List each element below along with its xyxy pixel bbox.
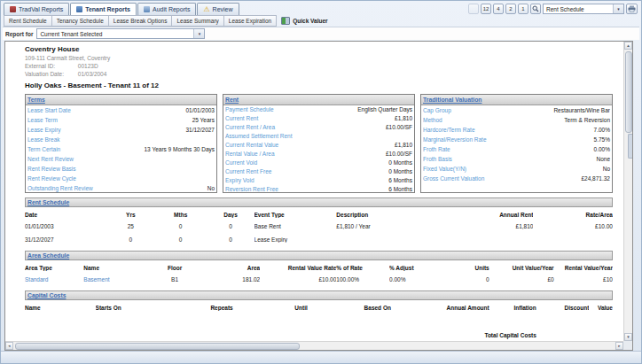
report-for-select[interactable]: Current Tenant Selected ▾ — [36, 28, 205, 39]
scroll-up-icon[interactable]: ▲ — [624, 42, 632, 50]
rent-row: Payment ScheduleEnglish Quarter Days — [223, 105, 414, 114]
column-header: Repeats — [177, 305, 265, 311]
tab-label: Tenant Reports — [85, 6, 130, 12]
field-value: £1,810 — [395, 141, 412, 150]
subtab-label: Lease Summary — [176, 18, 218, 24]
tab-label: Audit Reports — [153, 6, 190, 12]
column-header: Floor — [148, 265, 201, 271]
field-value: 25 Years — [192, 115, 215, 125]
tab-label: Review — [213, 6, 233, 12]
terms-row: Rent Review Cycle — [26, 174, 216, 183]
rent-row: Current Void0 Months — [223, 159, 414, 167]
field-label: Payment Schedule — [225, 105, 274, 114]
pages-2-button[interactable]: 2 — [505, 4, 516, 14]
report-type-select[interactable]: Rent Schedule ▾ — [543, 4, 624, 14]
valuation-row: Froth Rate0.00% — [421, 144, 612, 154]
chevron-down-icon: ▾ — [613, 4, 623, 13]
report-for-value: Current Tenant Selected — [37, 31, 105, 37]
scroll-right-icon[interactable]: ▸ — [615, 342, 623, 350]
area-schedule-section-link[interactable]: Area Schedule — [27, 252, 69, 259]
field-label: Lease Break — [27, 135, 60, 144]
subtab-label: Tenancy Schedule — [57, 18, 104, 24]
cell: 100.00% — [336, 276, 389, 283]
status-bar — [1, 351, 641, 363]
pages-4-button[interactable]: 4 — [493, 4, 504, 14]
terms-title-link[interactable]: Terms — [27, 97, 45, 103]
rent-schedule-row: 31/12/2027 0 0 0 Lease Expiry — [25, 233, 613, 246]
pages-1-button[interactable]: 1 — [518, 4, 528, 14]
side-panel-grip[interactable] — [628, 134, 632, 159]
area-schedule-row: Standard Basement B1 181.02 £10.00 100.0… — [25, 273, 613, 286]
column-header: Days — [207, 212, 254, 218]
vertical-scroll-thumb[interactable] — [625, 51, 632, 133]
column-header: Rate/Area — [533, 212, 613, 218]
area-type-link[interactable]: Standard — [25, 276, 83, 283]
field-value: No — [207, 183, 215, 193]
cell: 0 — [207, 236, 254, 243]
cell: £1,810 — [454, 223, 534, 229]
print-button[interactable] — [626, 4, 638, 14]
external-id-row: External ID: 00123D — [25, 62, 613, 70]
rent-panel-header: Rent — [223, 95, 414, 105]
terms-row: Term Certain13 Years 9 Months 30 Days — [26, 144, 216, 154]
field-value: Restaurants/Wine Bar — [553, 105, 610, 115]
report-toolbar: 12 4 2 1 Rent Schedule ▾ — [468, 4, 638, 15]
scroll-left-icon[interactable]: ◂ — [5, 342, 13, 350]
rent-schedule-header-row: Date Yrs Mths Days Event Type Descriptio… — [25, 209, 613, 220]
rent-row: Rental Value / Area£10.00/SF — [223, 150, 414, 159]
subtab-rent-schedule[interactable]: Rent Schedule — [4, 15, 52, 27]
field-label: Assumed Settlement Rent — [225, 132, 293, 141]
tab-audit-reports[interactable]: Audit Reports — [137, 3, 196, 15]
scroll-down-icon[interactable]: ▼ — [624, 333, 632, 341]
capital-costs-section-link[interactable]: Capital Costs — [27, 292, 66, 298]
report-sub-tabbar: Rent Schedule Tenancy Schedule Lease Bre… — [4, 15, 333, 26]
cell: 0 — [154, 236, 207, 243]
rent-panel: Rent Payment ScheduleEnglish Quarter Day… — [223, 94, 415, 193]
column-header: Inflation — [489, 305, 536, 311]
subtab-lease-expiration[interactable]: Lease Expiration — [224, 15, 277, 27]
vertical-scrollbar[interactable]: ▲ ▼ — [623, 42, 632, 341]
field-label: Method — [423, 115, 442, 125]
subtab-lease-break-options[interactable]: Lease Break Options — [109, 15, 173, 27]
field-value: 6 Months — [388, 176, 412, 185]
subtab-tenancy-schedule[interactable]: Tenancy Schedule — [52, 15, 109, 27]
magnifier-icon — [532, 5, 539, 12]
pages-12-button[interactable]: 12 — [481, 4, 491, 14]
subtab-label: Quick Valuer — [293, 18, 327, 24]
tab-tradval-reports[interactable]: TradVal Reports — [4, 3, 69, 15]
field-value: No — [603, 164, 610, 174]
field-label: Expiry Void — [225, 176, 254, 185]
horizontal-scrollbar[interactable]: ◂ ▸ — [5, 341, 623, 350]
valuation-row: Marginal/Reversion Rate5.75% — [421, 135, 612, 144]
column-header: % Adjust — [389, 265, 448, 271]
terms-row: Lease Start Date01/01/2003 — [26, 105, 216, 115]
rent-schedule-section-link[interactable]: Rent Schedule — [27, 199, 69, 205]
terms-row: Lease Break — [26, 135, 216, 144]
column-header: Event Type — [254, 212, 337, 218]
printer-icon — [628, 5, 636, 12]
scrollbar-corner — [623, 341, 632, 350]
report-page: Coventry House 109-111 Carmalt Street, C… — [4, 41, 633, 351]
column-header: Rental Value Rate — [260, 265, 336, 271]
traditional-valuation-title-link[interactable]: Traditional Valuation — [423, 97, 482, 103]
property-address: 109-111 Carmalt Street, Coventry — [25, 54, 613, 62]
cell: Lease Expiry — [254, 236, 337, 243]
terms-row: Lease Term25 Years — [26, 115, 216, 125]
field-label: Current Rent Free — [225, 167, 271, 176]
terms-panel: Terms Lease Start Date01/01/2003 Lease T… — [25, 94, 217, 193]
cell: B1 — [148, 276, 201, 283]
horizontal-scroll-thumb[interactable] — [15, 343, 300, 350]
cell: 181.02 — [201, 276, 260, 283]
tab-tenant-reports[interactable]: Tenant Reports — [70, 3, 137, 15]
area-name-link[interactable]: Basement — [83, 276, 148, 283]
zoom-button[interactable] — [530, 4, 541, 14]
tab-review[interactable]: ⚠ Review — [197, 3, 239, 15]
subtab-quick-valuer[interactable]: Quick Valuer — [277, 16, 332, 26]
valuation-date-label: Valuation Date: — [25, 70, 76, 78]
field-label: Rent Review Cycle — [27, 174, 76, 183]
field-value: 13 Years 9 Months 30 Days — [145, 144, 215, 154]
audit-reports-icon — [144, 6, 150, 12]
subtab-lease-summary[interactable]: Lease Summary — [172, 15, 223, 27]
rent-title-link[interactable]: Rent — [225, 97, 239, 103]
valuation-date-value: 01/03/2004 — [78, 71, 107, 77]
